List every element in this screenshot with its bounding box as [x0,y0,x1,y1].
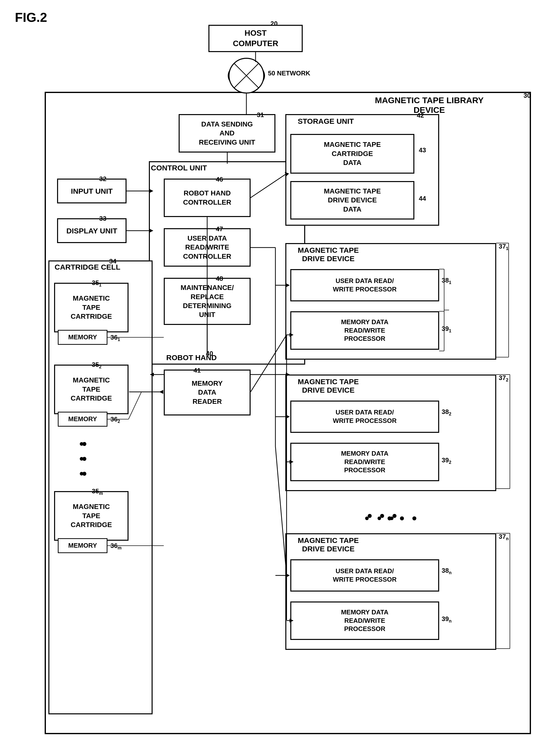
ref-33: 33 [99,215,106,223]
ref-41: 41 [194,367,201,374]
udrwn-box: USER DATA READ/WRITE PROCESSOR [290,559,439,592]
ref-35-2: 352 [92,361,101,370]
memory-data-reader-box: MEMORYDATAREADER [164,370,251,415]
ref-38-n: 38n [442,567,452,575]
ref-39-n: 39n [442,615,452,624]
ref-40: 40 [206,350,213,357]
dots-1: • [79,436,84,451]
dots-3: • [79,466,84,481]
ref-37-2: 372 [499,374,508,383]
input-unit-box: INPUT UNIT [57,179,126,203]
ref-37-n: 37n [499,533,508,542]
ref-50: 50 NETWORK [268,69,310,77]
ref-38-2: 382 [442,408,451,417]
ref-34: 34 [109,258,116,265]
dots-2: • [79,451,84,466]
mtcm-box: MAGNETICTAPECARTRIDGE [54,491,128,541]
ref-42: 42 [417,111,424,119]
ref-35-m: 35m [92,487,103,496]
mtddn-label: MAGNETIC TAPEDRIVE DEVICE [298,536,359,553]
udrw1-box: USER DATA READ/WRITE PROCESSOR [290,269,439,301]
dots-mid-2: • [377,511,382,525]
ref-38-1: 381 [442,277,451,285]
host-computer-box: HOSTCOMPUTER [208,25,303,52]
mtc-data-box: MAGNETIC TAPECARTRIDGEDATA [290,134,414,173]
fig-label: FIG.2 [15,10,47,25]
mtc2-box: MAGNETICTAPECARTRIDGE [54,365,128,414]
user-data-rw-box: USER DATAREAD/WRITECONTROLLER [164,228,251,267]
udrw2-box: USER DATA READ/WRITE PROCESSOR [290,401,439,433]
ref-36-2: 362 [111,415,120,424]
mtc1-box: MAGNETICTAPECARTRIDGE [54,283,128,332]
data-sending-box: DATA SENDINGANDRECEIVING UNIT [179,114,275,152]
library-device-label: MAGNETIC TAPE LIBRARYDEVICE [355,96,504,115]
memorym-box: MEMORY [58,538,107,553]
maintenance-box: MAINTENANCE/REPLACEDETERMININGUNIT [164,278,251,325]
mdrw1-box: MEMORY DATAREAD/WRITEPROCESSOR [290,311,439,350]
storage-unit-label: STORAGE UNIT [298,117,354,125]
mtdd1-label: MAGNETIC TAPEDRIVE DEVICE [298,246,359,263]
ref-46: 46 [216,176,223,183]
ref-43: 43 [419,146,426,154]
memory2-box: MEMORY [58,412,107,427]
network-symbol [228,62,265,89]
control-unit-label: CONTROL UNIT [151,164,207,172]
dots-mid-1: • [365,511,369,525]
ref-35-1: 351 [92,279,101,288]
ref-20: 20 [271,20,278,27]
mdrwn-box: MEMORY DATAREAD/WRITEPROCESSOR [290,601,439,640]
ref-39-1: 391 [442,325,451,333]
ref-36-m: 36m [111,542,122,551]
ref-37-1: 371 [499,243,508,251]
mdrw2-box: MEMORY DATAREAD/WRITEPROCESSOR [290,443,439,481]
display-unit-box: DISPLAY UNIT [57,218,126,243]
memory1-box: MEMORY [58,330,107,345]
robot-hand-controller-box: ROBOT HANDCONTROLLER [164,179,251,217]
ref-32: 32 [99,175,106,183]
ref-31: 31 [257,111,264,119]
ref-48: 48 [216,275,223,283]
ref-36-1: 361 [111,333,120,342]
mtdd2-label: MAGNETIC TAPEDRIVE DEVICE [298,377,359,394]
ref-47: 47 [216,225,223,233]
dots-mid-3: • [389,511,394,525]
ref-44: 44 [419,195,426,202]
ref-30: 30 [523,92,531,100]
mtdd-data-box: MAGNETIC TAPEDRIVE DEVICEDATA [290,181,414,220]
ref-39-2: 392 [442,456,451,465]
